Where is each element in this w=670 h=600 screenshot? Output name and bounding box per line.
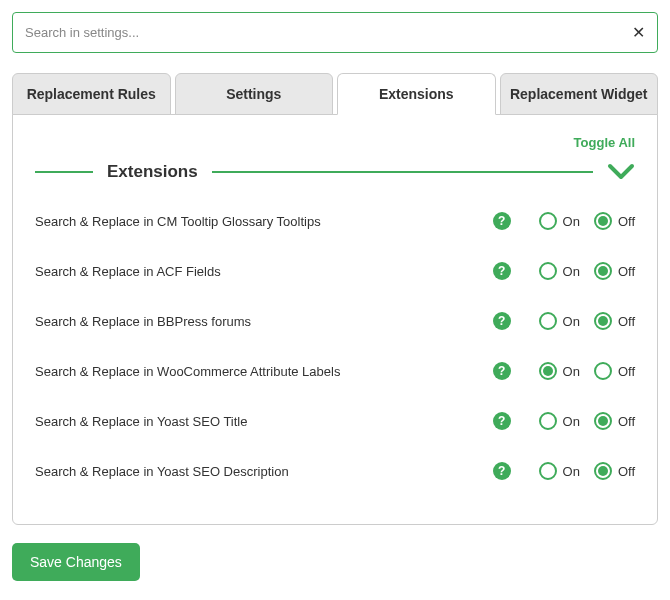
setting-label: Search & Replace in Yoast SEO Title (35, 414, 493, 429)
radio-group: On Off (531, 362, 635, 380)
radio-on-label: On (563, 464, 580, 479)
radio-off[interactable] (594, 312, 612, 330)
radio-off-label: Off (618, 364, 635, 379)
setting-label: Search & Replace in Yoast SEO Descriptio… (35, 464, 493, 479)
panel-extensions: Toggle All Extensions Search & Replace i… (12, 114, 658, 525)
search-input[interactable] (25, 25, 632, 40)
setting-row: Search & Replace in WooCommerce Attribut… (35, 346, 635, 396)
tab-replacement-widget[interactable]: Replacement Widget (500, 73, 659, 115)
radio-on[interactable] (539, 262, 557, 280)
radio-group: On Off (531, 212, 635, 230)
radio-off[interactable] (594, 362, 612, 380)
radio-on[interactable] (539, 412, 557, 430)
help-icon[interactable]: ? (493, 362, 511, 380)
radio-off[interactable] (594, 412, 612, 430)
radio-on[interactable] (539, 462, 557, 480)
radio-on-label: On (563, 214, 580, 229)
radio-off[interactable] (594, 262, 612, 280)
setting-row: Search & Replace in BBPress forums ? On … (35, 296, 635, 346)
tabs: Replacement Rules Settings Extensions Re… (12, 73, 658, 115)
setting-row: Search & Replace in Yoast SEO Title ? On… (35, 396, 635, 446)
chevron-down-icon[interactable] (607, 162, 635, 182)
radio-group: On Off (531, 462, 635, 480)
setting-label: Search & Replace in ACF Fields (35, 264, 493, 279)
help-icon[interactable]: ? (493, 262, 511, 280)
section-title: Extensions (107, 162, 198, 182)
help-icon[interactable]: ? (493, 412, 511, 430)
radio-group: On Off (531, 412, 635, 430)
radio-group: On Off (531, 312, 635, 330)
radio-on-label: On (563, 414, 580, 429)
save-button[interactable]: Save Changes (12, 543, 140, 581)
clear-icon[interactable]: ✕ (632, 23, 645, 42)
radio-on[interactable] (539, 212, 557, 230)
radio-on[interactable] (539, 362, 557, 380)
radio-off-label: Off (618, 414, 635, 429)
divider (35, 171, 93, 173)
tab-settings[interactable]: Settings (175, 73, 334, 115)
radio-off[interactable] (594, 212, 612, 230)
radio-on[interactable] (539, 312, 557, 330)
section-header: Extensions (35, 162, 635, 182)
search-box: ✕ (12, 12, 658, 53)
radio-off-label: Off (618, 464, 635, 479)
radio-on-label: On (563, 314, 580, 329)
radio-off-label: Off (618, 264, 635, 279)
help-icon[interactable]: ? (493, 312, 511, 330)
help-icon[interactable]: ? (493, 462, 511, 480)
help-icon[interactable]: ? (493, 212, 511, 230)
radio-off-label: Off (618, 214, 635, 229)
setting-row: Search & Replace in CM Tooltip Glossary … (35, 196, 635, 246)
divider (212, 171, 593, 173)
radio-off-label: Off (618, 314, 635, 329)
radio-on-label: On (563, 364, 580, 379)
toggle-all[interactable]: Toggle All (35, 135, 635, 150)
tab-extensions[interactable]: Extensions (337, 73, 496, 115)
setting-row: Search & Replace in ACF Fields ? On Off (35, 246, 635, 296)
radio-on-label: On (563, 264, 580, 279)
setting-label: Search & Replace in WooCommerce Attribut… (35, 364, 493, 379)
setting-label: Search & Replace in BBPress forums (35, 314, 493, 329)
setting-label: Search & Replace in CM Tooltip Glossary … (35, 214, 493, 229)
radio-group: On Off (531, 262, 635, 280)
setting-row: Search & Replace in Yoast SEO Descriptio… (35, 446, 635, 496)
radio-off[interactable] (594, 462, 612, 480)
tab-replacement-rules[interactable]: Replacement Rules (12, 73, 171, 115)
